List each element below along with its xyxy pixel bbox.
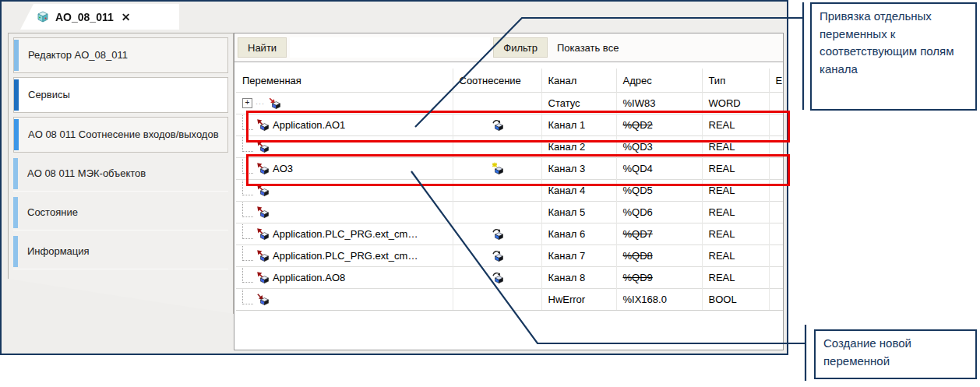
type-cell[interactable]: REAL (702, 267, 769, 289)
variable-cell[interactable] (236, 136, 453, 158)
output-variable-icon (256, 184, 270, 197)
type-cell[interactable]: REAL (702, 202, 769, 223)
mapping-cell[interactable] (453, 202, 541, 223)
filter-button[interactable]: Фильтр (493, 37, 548, 58)
variable-cell[interactable] (236, 289, 453, 311)
type-cell[interactable]: REAL (702, 114, 769, 136)
column-header[interactable]: Тип (702, 69, 769, 93)
type-cell[interactable]: REAL (702, 180, 769, 202)
table-row[interactable]: Application.PLC_PRG.ext_cm…Канал 6%QD7RE… (236, 223, 784, 245)
sidebar-accent-bar (13, 158, 18, 189)
address-cell[interactable]: %QD7 (616, 223, 702, 245)
unit-cell[interactable] (769, 202, 784, 223)
type-cell[interactable]: BOOL (702, 289, 769, 311)
find-button[interactable]: Найти (238, 37, 287, 58)
variable-cell[interactable]: AO3 (236, 158, 453, 180)
output-variable-icon (256, 140, 270, 153)
table-row[interactable]: Канал 4%QD5REAL (236, 180, 784, 202)
mapping-cell[interactable] (453, 289, 541, 311)
address-cell[interactable]: %QD6 (616, 202, 702, 223)
channel-cell[interactable]: Статус (541, 93, 616, 114)
address-cell[interactable]: %IW83 (616, 93, 702, 114)
column-header[interactable]: Е (769, 69, 784, 93)
address-cell[interactable]: %QD9 (616, 267, 702, 289)
mapping-cell[interactable] (453, 245, 541, 267)
mapping-cell[interactable] (453, 136, 541, 158)
type-cell[interactable]: REAL (702, 136, 769, 158)
table-row[interactable]: Канал 5%QD6REAL (236, 202, 784, 223)
table-row[interactable]: Application.AO8Канал 8%QD9REAL (236, 267, 784, 289)
sidebar-accent-bar (14, 79, 19, 111)
variable-cell[interactable] (236, 180, 453, 202)
variable-cell[interactable]: Application.AO8 (236, 267, 453, 289)
mapping-cell[interactable] (453, 93, 541, 114)
mapping-toolbar: Найти Фильтр Показать все (234, 33, 783, 62)
unit-cell[interactable] (769, 114, 784, 136)
sidebar-item-label: Состояние (13, 202, 86, 223)
unit-cell[interactable] (769, 158, 784, 180)
variable-cell[interactable] (236, 202, 453, 223)
channel-cell[interactable]: Канал 1 (541, 114, 616, 136)
table-row[interactable]: AO3Канал 3%QD4REAL (236, 158, 784, 180)
mapping-cell[interactable] (453, 267, 541, 289)
mapping-cell[interactable] (453, 223, 541, 245)
column-header[interactable]: Переменная (236, 69, 453, 93)
tree-expander-icon[interactable]: + (242, 98, 252, 108)
address-cell[interactable]: %QD3 (616, 136, 702, 158)
struck-address-text: %QD2 (623, 119, 653, 131)
address-cell[interactable]: %IX168.0 (616, 289, 702, 311)
channel-cell[interactable]: Канал 8 (541, 267, 616, 289)
filter-dropdown[interactable]: Показать все (551, 42, 780, 54)
sidebar-item-2[interactable]: Сервисы (13, 77, 228, 113)
tree-branch-line (242, 245, 253, 262)
unit-cell[interactable] (769, 289, 784, 311)
column-header[interactable]: Соотнесение (453, 69, 541, 93)
tab-ao-08-011[interactable]: AO_08_011 ✕ (20, 4, 179, 30)
sidebar-item-1[interactable]: Редактор AO_08_011 (13, 37, 228, 73)
table-row[interactable]: Application.AO1Канал 1%QD2REAL (236, 114, 784, 136)
table-row[interactable]: Канал 2%QD3REAL (236, 136, 784, 158)
device-root-input-icon (268, 97, 281, 110)
table-row[interactable]: +···Статус%IW83WORD (236, 93, 784, 114)
sidebar-item-6[interactable]: Информация (13, 234, 228, 269)
channel-cell[interactable]: Канал 4 (541, 180, 616, 202)
column-header[interactable]: Канал (541, 69, 616, 93)
unit-cell[interactable] (769, 267, 784, 289)
channel-cell[interactable]: Канал 5 (541, 202, 616, 223)
address-cell[interactable]: %QD2 (616, 114, 702, 136)
table-row[interactable]: HwError%IX168.0BOOL (236, 289, 784, 311)
sidebar-item-4[interactable]: AO 08 011 МЭК-объектов (13, 157, 228, 192)
sidebar-item-5[interactable]: Состояние (13, 195, 228, 230)
address-cell[interactable]: %QD4 (616, 158, 702, 180)
channel-cell[interactable]: Канал 2 (541, 136, 616, 158)
type-cell[interactable]: REAL (702, 158, 769, 180)
type-cell[interactable]: REAL (702, 245, 769, 267)
channel-cell[interactable]: Канал 6 (541, 223, 616, 245)
unit-cell[interactable] (769, 136, 784, 158)
variable-cell[interactable]: Application.AO1 (236, 114, 453, 136)
table-row[interactable]: Application.PLC_PRG.ext_cm…Канал 7%QD8RE… (236, 245, 784, 267)
search-input[interactable] (290, 37, 490, 58)
mapping-cell[interactable] (453, 114, 541, 136)
variable-cell[interactable]: Application.PLC_PRG.ext_cm… (236, 223, 453, 245)
channel-cell[interactable]: HwError (541, 289, 616, 311)
mapping-cell[interactable] (453, 180, 541, 202)
address-cell[interactable]: %QD8 (616, 245, 702, 267)
mapping-cell[interactable] (453, 158, 541, 180)
address-cell[interactable]: %QD5 (616, 180, 702, 202)
variable-cell[interactable]: +··· (236, 93, 453, 114)
type-cell[interactable]: REAL (702, 223, 769, 245)
output-variable-icon (256, 162, 270, 175)
sidebar-item-3[interactable]: AO 08 011 Соотнесение входов/выходов (13, 117, 228, 153)
channel-cell[interactable]: Канал 7 (541, 245, 616, 267)
input-variable-icon (256, 293, 270, 306)
unit-cell[interactable] (769, 180, 784, 202)
column-header[interactable]: Адрес (616, 69, 702, 93)
variable-cell[interactable]: Application.PLC_PRG.ext_cm… (236, 245, 453, 267)
tab-close-icon[interactable]: ✕ (122, 11, 131, 23)
unit-cell[interactable] (769, 223, 784, 245)
unit-cell[interactable] (769, 245, 784, 267)
channel-cell[interactable]: Канал 3 (541, 158, 616, 180)
unit-cell[interactable] (769, 93, 784, 114)
type-cell[interactable]: WORD (702, 93, 769, 114)
